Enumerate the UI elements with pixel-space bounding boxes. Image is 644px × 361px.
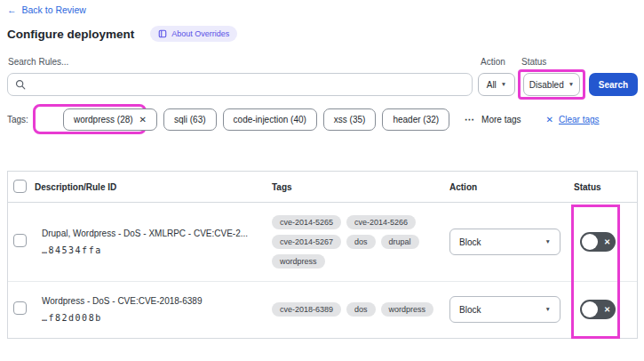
toggle-knob: [582, 301, 598, 317]
table-header-row: Description/Rule ID Tags Action Status: [8, 172, 637, 203]
action-filter-label: Action: [481, 57, 505, 67]
select-all-checkbox[interactable]: [13, 180, 27, 193]
tag-badge: dos: [346, 235, 376, 249]
action-select-value: Block: [459, 305, 481, 315]
book-icon: [158, 29, 167, 38]
action-select[interactable]: Block ▼: [449, 229, 561, 255]
clear-tags-label: Clear tags: [559, 115, 600, 124]
ellipsis-icon: ⋯: [465, 114, 475, 125]
status-toggle[interactable]: ✕: [580, 300, 616, 319]
tag-badge: wordpress: [381, 302, 434, 317]
column-header-status: Status: [574, 182, 637, 192]
table-row: Wordpress - DoS - CVE:CVE-2018-6389 …f82…: [8, 282, 637, 337]
column-header-action: Action: [449, 182, 574, 192]
tag-filter-sqli[interactable]: sqli (63): [163, 108, 217, 131]
action-filter-dropdown[interactable]: All ▼: [478, 73, 515, 96]
more-tags-button[interactable]: ⋯ More tags: [465, 114, 521, 125]
tag-filter-wordpress-label: wordpress (28): [74, 115, 133, 124]
search-icon: [15, 79, 26, 90]
tags-bar: Tags: wordpress (28) ✕ sqli (63) code-in…: [7, 105, 640, 134]
status-filter-dropdown[interactable]: Disabled ▼: [523, 73, 580, 96]
search-input[interactable]: [31, 79, 465, 91]
toggle-knob: [582, 234, 598, 250]
column-header-tags: Tags: [272, 182, 449, 192]
column-header-description: Description/Rule ID: [35, 182, 272, 192]
action-filter-value: All: [487, 80, 497, 90]
about-overrides-label: About Overrides: [171, 29, 229, 38]
toggle-off-icon: ✕: [604, 305, 610, 314]
search-button[interactable]: Search: [589, 73, 638, 96]
clear-tags-icon: ✕: [546, 115, 553, 124]
back-arrow-icon: ←: [7, 4, 17, 15]
rule-tags: cve-2014-5265 cve-2014-5266 cve-2014-526…: [272, 215, 449, 269]
status-toggle[interactable]: ✕: [580, 232, 616, 252]
row-checkbox[interactable]: [13, 301, 27, 315]
tags-label: Tags:: [7, 115, 28, 124]
row-checkbox[interactable]: [13, 234, 27, 247]
rules-table: Description/Rule ID Tags Action Status D…: [7, 171, 638, 339]
rule-description: Drupal, Wordpress - DoS - XMLRPC - CVE:C…: [42, 229, 263, 238]
rule-id: …f82d008b: [42, 313, 263, 323]
status-filter-value: Disabled: [529, 80, 564, 90]
tag-filter-header[interactable]: header (32): [382, 108, 449, 131]
configure-deployment-page: ← Back to Review Configure deployment Ab…: [0, 0, 644, 361]
back-to-review-link[interactable]: ← Back to Review: [7, 4, 86, 15]
tag-filter-xss[interactable]: xss (35): [323, 108, 377, 131]
action-select-value: Block: [459, 237, 481, 247]
rule-id: …84534ffa: [42, 245, 263, 255]
tag-badge: wordpress: [272, 254, 325, 269]
chevron-down-icon: ▼: [568, 82, 574, 88]
rule-tags: cve-2018-6389 dos wordpress: [272, 302, 449, 317]
about-overrides-badge[interactable]: About Overrides: [150, 26, 237, 42]
table-row: Drupal, Wordpress - DoS - XMLRPC - CVE:C…: [8, 203, 637, 282]
tag-badge: drupal: [381, 235, 419, 249]
tag-badge: cve-2014-5266: [346, 215, 416, 229]
action-select[interactable]: Block ▼: [449, 296, 561, 323]
tag-badge: dos: [346, 302, 376, 317]
tag-badge: cve-2014-5267: [272, 235, 341, 249]
status-filter-label: Status: [521, 57, 546, 67]
tag-filter-code-injection[interactable]: code-injection (40): [223, 108, 317, 131]
tag-filter-wordpress[interactable]: wordpress (28) ✕: [63, 108, 157, 131]
tag-badge: cve-2014-5265: [272, 215, 341, 229]
chevron-down-icon: ▼: [545, 239, 551, 245]
chevron-down-icon: ▼: [545, 307, 551, 313]
title-row: Configure deployment About Overrides: [7, 26, 237, 42]
chevron-down-icon: ▼: [501, 82, 506, 88]
more-tags-label: More tags: [481, 115, 521, 124]
page-title: Configure deployment: [7, 28, 134, 41]
rule-description: Wordpress - DoS - CVE:CVE-2018-6389: [42, 296, 263, 306]
search-rules-label: Search Rules...: [8, 57, 68, 67]
back-link-label: Back to Review: [22, 4, 86, 15]
clear-tags-button[interactable]: ✕ Clear tags: [546, 115, 600, 124]
search-rules-box: [7, 73, 473, 96]
toggle-off-icon: ✕: [604, 237, 610, 246]
remove-tag-icon[interactable]: ✕: [139, 115, 147, 124]
tag-badge: cve-2018-6389: [272, 302, 341, 317]
